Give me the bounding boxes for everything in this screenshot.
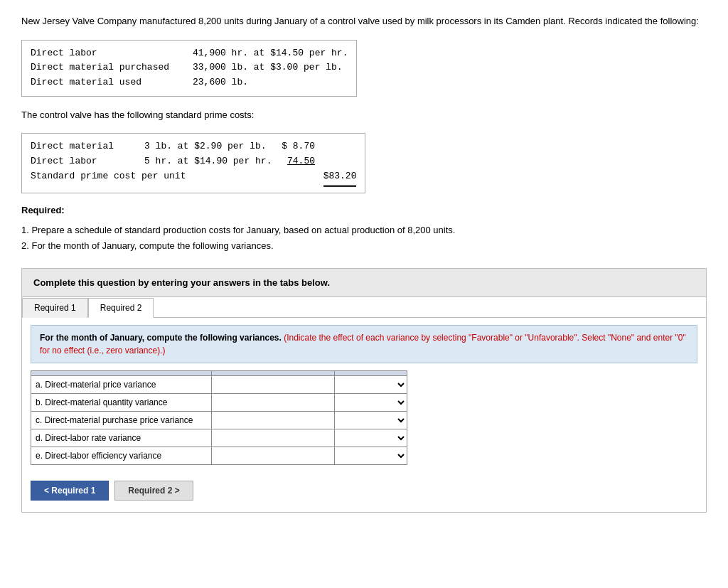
variance-amount-input-e[interactable] — [212, 447, 335, 464]
record-value-2: 33,000 lb. at $3.00 per lb. — [193, 60, 343, 75]
records-table: Direct labor 41,900 hr. at $14.50 per hr… — [21, 40, 357, 97]
variance-row-d: d. Direct-labor rate varianceFavorableUn… — [31, 429, 407, 447]
variance-amount-field-d[interactable] — [212, 429, 334, 447]
complete-box: Complete this question by entering your … — [21, 268, 707, 297]
variance-label-c: c. Direct-material purchase price varian… — [31, 411, 212, 429]
standard-intro: The control valve has the following stan… — [21, 108, 707, 122]
intro-paragraph: New Jersey Valve Company manufactured 8,… — [21, 14, 707, 28]
variance-label-d: d. Direct-labor rate variance — [31, 429, 212, 447]
variance-label-e: e. Direct-labor efficiency variance — [31, 447, 212, 464]
variance-label-a: a. Direct-material price variance — [31, 375, 212, 393]
standard-detail-1: 3 lb. at $2.90 per lb. — [144, 139, 272, 154]
required-item-2: 2. For the month of January, compute the… — [21, 238, 707, 254]
record-value-3: 23,600 lb. — [193, 75, 248, 90]
record-row-3: Direct material used 23,600 lb. — [31, 75, 348, 90]
tab-content-required-2: For the month of January, compute the fo… — [22, 318, 706, 512]
standard-total-row: Standard prime cost per unit $83.20 — [31, 169, 356, 187]
standard-amount-1: $ 8.70 — [272, 139, 315, 154]
standard-amount-2: 74.50 — [272, 154, 315, 169]
variance-amount-input-b[interactable] — [212, 393, 335, 411]
variance-amount-input-a[interactable] — [212, 375, 335, 393]
record-row-1: Direct labor 41,900 hr. at $14.50 per hr… — [31, 46, 348, 61]
standard-row-2: Direct labor 5 hr. at $14.90 per hr. 74.… — [31, 154, 356, 169]
variance-amount-field-b[interactable] — [212, 394, 334, 411]
record-label-3: Direct material used — [31, 75, 187, 90]
tab-required-2[interactable]: Required 2 — [88, 298, 154, 318]
variance-effect-select-d[interactable]: FavorableUnfavorableNone — [335, 429, 407, 447]
variance-effect-select-e[interactable]: FavorableUnfavorableNone — [335, 447, 407, 464]
standard-total-label: Standard prime cost per unit — [31, 169, 186, 187]
variance-row-e: e. Direct-labor efficiency varianceFavor… — [31, 447, 407, 464]
variance-amount-field-e[interactable] — [212, 447, 334, 464]
standard-detail-2: 5 hr. at $14.90 per hr. — [144, 154, 272, 169]
col-header-amount — [212, 370, 335, 375]
record-label-2: Direct material purchased — [31, 60, 187, 75]
nav-buttons: < Required 1 Required 2 > — [31, 476, 697, 505]
variance-effect-select-cell-c[interactable]: FavorableUnfavorableNone — [334, 411, 407, 429]
record-row-2: Direct material purchased 33,000 lb. at … — [31, 60, 348, 75]
variance-effect-select-b[interactable]: FavorableUnfavorableNone — [335, 394, 407, 411]
variance-label-b: b. Direct-material quantity variance — [31, 393, 212, 411]
variance-table-header-row — [31, 370, 407, 375]
standard-costs-table: Direct material 3 lb. at $2.90 per lb. $… — [21, 133, 365, 193]
instruction-box: For the month of January, compute the fo… — [31, 325, 697, 363]
variance-effect-select-c[interactable]: FavorableUnfavorableNone — [335, 412, 407, 429]
standard-total-amount: $83.20 — [314, 169, 356, 187]
variance-amount-input-c[interactable] — [212, 411, 335, 429]
variance-effect-select-cell-b[interactable]: FavorableUnfavorableNone — [334, 393, 407, 411]
variance-effect-select-a[interactable]: FavorableUnfavorableNone — [335, 376, 407, 393]
standard-row-1: Direct material 3 lb. at $2.90 per lb. $… — [31, 139, 356, 154]
tab-required-1[interactable]: Required 1 — [22, 298, 88, 318]
col-header-label — [31, 370, 212, 375]
variance-effect-select-cell-a[interactable]: FavorableUnfavorableNone — [334, 375, 407, 393]
variance-row-c: c. Direct-material purchase price varian… — [31, 411, 407, 429]
variance-amount-field-a[interactable] — [212, 376, 334, 393]
tabs-row: Required 1 Required 2 — [22, 297, 706, 318]
instruction-bold: For the month of January, compute the fo… — [40, 333, 282, 343]
back-required-1-button[interactable]: < Required 1 — [31, 481, 109, 501]
record-value-1: 41,900 hr. at $14.50 per hr. — [193, 46, 348, 61]
variance-effect-select-cell-d[interactable]: FavorableUnfavorableNone — [334, 429, 407, 447]
required-items-list: 1. Prepare a schedule of standard produc… — [21, 223, 707, 254]
standard-label-1: Direct material — [31, 139, 144, 154]
variance-table: a. Direct-material price varianceFavorab… — [31, 370, 407, 465]
variance-amount-input-d[interactable] — [212, 429, 335, 447]
variance-amount-field-c[interactable] — [212, 412, 334, 429]
standard-label-2: Direct labor — [31, 154, 144, 169]
required-header: Required: — [21, 205, 707, 215]
col-header-effect — [334, 370, 407, 375]
record-label-1: Direct labor — [31, 46, 187, 61]
variance-row-a: a. Direct-material price varianceFavorab… — [31, 375, 407, 393]
tabs-container: Required 1 Required 2 For the month of J… — [21, 297, 707, 513]
required-item-1: 1. Prepare a schedule of standard produc… — [21, 223, 707, 238]
forward-required-2-button[interactable]: Required 2 > — [114, 481, 193, 501]
variance-row-b: b. Direct-material quantity varianceFavo… — [31, 393, 407, 411]
variance-effect-select-cell-e[interactable]: FavorableUnfavorableNone — [334, 447, 407, 464]
